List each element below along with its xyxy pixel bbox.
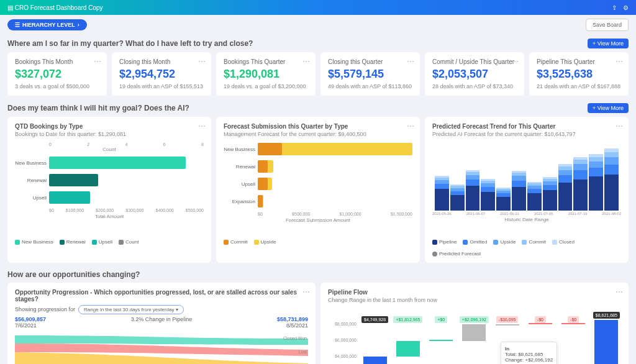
kpi-card: ⋯ Bookings This Quarter $1,290,081 19 de…	[216, 52, 316, 96]
share-icon[interactable]: ⇪	[612, 4, 617, 11]
kpi-card: ⋯ Closing this Quarter $5,579,145 49 dea…	[320, 52, 420, 96]
section3-title: How are our opportunities changing?	[7, 270, 140, 279]
section2-title: Does my team think I will hit my goal? D…	[7, 104, 189, 112]
topbar: ▤ CRO Forecast Dashboard Copy ⇪ ⚙	[0, 0, 636, 15]
view-more-button[interactable]: + View More	[588, 103, 629, 113]
card-menu-icon[interactable]: ⋯	[94, 57, 102, 66]
hierarchy-level-button[interactable]: ☰ HIERARCHY LEVEL ›	[7, 19, 87, 30]
chart-opportunity-progression: ⋯ Opportunity Progression - Which opport…	[7, 283, 316, 364]
logo-icon: ▤	[7, 4, 13, 11]
save-board-button[interactable]: Save Board	[586, 19, 629, 31]
card-menu-icon[interactable]: ⋯	[616, 57, 624, 66]
range-dropdown[interactable]: Range in the last 30 days from yesterday…	[78, 305, 184, 314]
gear-icon[interactable]: ⚙	[623, 4, 629, 11]
kpi-card: ⋯ Commit / Upside This Quarter $2,053,50…	[425, 52, 524, 96]
chart-pipeline-flow: ⋯ Pipeline Flow Change Range in the last…	[320, 283, 629, 364]
kpi-card: ⋯ Pipeline This Quarter $3,525,638 21 de…	[529, 52, 629, 96]
chevron-right-icon: ›	[78, 22, 80, 28]
card-menu-icon[interactable]: ⋯	[407, 57, 415, 66]
card-menu-icon[interactable]: ⋯	[302, 288, 311, 296]
card-menu-icon[interactable]: ⋯	[198, 122, 206, 130]
chart-forecast-submission: ⋯ Forecast Submission this Quarter by Ty…	[216, 117, 420, 263]
view-more-button[interactable]: + View More	[588, 39, 629, 48]
kpi-card: ⋯ Closing this Month $2,954,752 19 deals…	[112, 52, 211, 96]
chart-predicted-forecast: ⋯ Predicted Forecast Trend for This Quar…	[425, 117, 629, 263]
card-menu-icon[interactable]: ⋯	[407, 122, 415, 130]
tooltip: In Total: $8,621,685 Change: +$2,096,192…	[501, 342, 557, 364]
card-menu-icon[interactable]: ⋯	[302, 57, 311, 66]
chart-qtd-bookings: ⋯ QTD Bookings by Type Bookings to Date …	[7, 117, 211, 263]
kpi-card: ⋯ Bookings This Month $327,072 3 deals v…	[7, 52, 107, 96]
card-menu-icon[interactable]: ⋯	[511, 57, 519, 66]
sankey-chart: Closed Won Lost No Movement	[15, 332, 308, 364]
page-title: CRO Forecast Dashboard Copy	[15, 4, 612, 11]
card-menu-icon[interactable]: ⋯	[616, 122, 624, 130]
card-menu-icon[interactable]: ⋯	[616, 288, 624, 296]
kpi-row: ⋯ Bookings This Month $327,072 3 deals v…	[7, 52, 629, 96]
subbar: ☰ HIERARCHY LEVEL › Save Board	[0, 15, 636, 35]
section1-title: Where am I so far in my quarter? What do…	[7, 39, 253, 48]
filter-icon: ☰	[15, 22, 20, 28]
card-menu-icon[interactable]: ⋯	[198, 57, 206, 66]
